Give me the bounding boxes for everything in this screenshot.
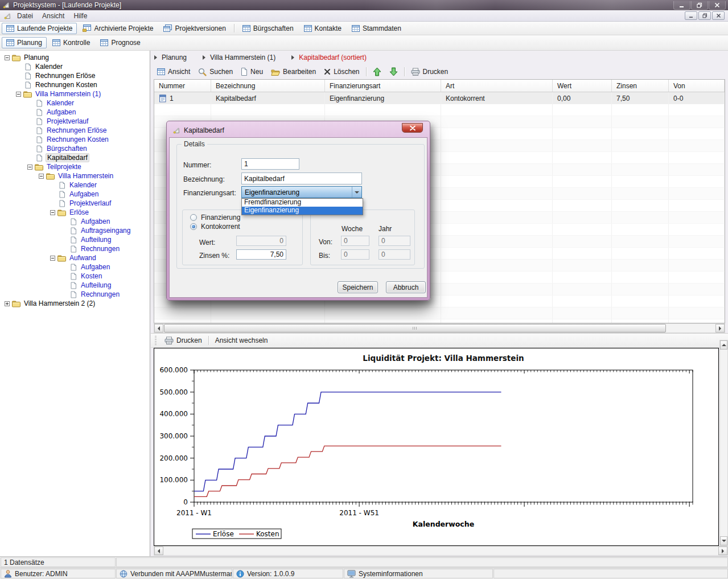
toolbar-button-stammdaten[interactable]: Stammdaten xyxy=(347,23,406,34)
tree-item-aufgaben[interactable]: Aufgaben xyxy=(0,217,150,226)
mdi-minimize-button[interactable] xyxy=(685,11,697,20)
action-l-schen[interactable]: Löschen xyxy=(320,67,363,77)
scrollbar-track[interactable] xyxy=(720,350,727,536)
dialog-titlebar[interactable]: Kapitalbedarf xyxy=(169,124,427,137)
breadcrumb-planung[interactable]: Planung xyxy=(154,54,187,61)
scroll-down-button[interactable] xyxy=(720,536,727,545)
scroll-up-button[interactable] xyxy=(720,340,727,350)
column-header-nummer[interactable]: Nummer xyxy=(154,80,211,92)
column-header-finanzierungsart[interactable]: Finanzierungsart xyxy=(325,80,441,92)
column-header-wert[interactable]: Wert xyxy=(553,80,612,92)
expand-minus-icon[interactable] xyxy=(39,174,44,179)
scroll-right-button[interactable] xyxy=(715,324,725,332)
action-suchen[interactable]: Suchen xyxy=(194,67,237,77)
expand-minus-icon[interactable] xyxy=(5,55,10,60)
column-header-art[interactable]: Art xyxy=(441,80,553,92)
dropdown-option-eigenfinanzierung[interactable]: Eigenfinanzierung xyxy=(242,207,363,215)
tree-item-aufteilung[interactable]: Aufteilung xyxy=(0,235,150,244)
column-header-zinsen[interactable]: Zinsen xyxy=(612,80,669,92)
dropdown-option-fremdfinanzierung[interactable]: Fremdfinanzierung xyxy=(242,199,363,207)
action-drucken[interactable]: Drucken xyxy=(407,67,453,77)
zinsen-input[interactable] xyxy=(236,249,286,260)
breadcrumb-kapitalbedarf-sortiert[interactable]: Kapitalbedarf (sortiert) xyxy=(291,54,367,61)
tree-item-projektverlauf[interactable]: Projektverlauf xyxy=(0,199,150,208)
tree-item-kosten[interactable]: Kosten xyxy=(0,272,150,281)
action-arrow-up-icon[interactable] xyxy=(369,66,385,77)
dialog-close-button[interactable] xyxy=(402,123,423,133)
chart-vertical-scrollbar[interactable] xyxy=(719,340,728,546)
close-button[interactable] xyxy=(709,1,726,10)
toolbar-button-laufende-projekte[interactable]: Laufende Projekte xyxy=(2,23,77,34)
expand-minus-icon[interactable] xyxy=(27,165,32,170)
tree-item-auftragseingang[interactable]: Auftragseingang xyxy=(0,226,150,235)
tree-item-rechnungen-erl-se[interactable]: Rechnungen Erlöse xyxy=(0,126,150,135)
tree-item-aufteilung[interactable]: Aufteilung xyxy=(0,281,150,290)
scrollbar-thumb[interactable] xyxy=(164,324,666,332)
tree-item-aufgaben[interactable]: Aufgaben xyxy=(0,190,150,199)
tree-item-kalender[interactable]: Kalender xyxy=(0,180,150,190)
expand-minus-icon[interactable] xyxy=(16,92,21,97)
action-neu[interactable]: Neu xyxy=(237,67,267,77)
menu-hilfe[interactable]: Hilfe xyxy=(69,11,92,20)
tree-item-projektverlauf[interactable]: Projektverlauf xyxy=(0,117,150,126)
toolbar-button-projektversionen[interactable]: Projektversionen xyxy=(159,23,230,34)
nummer-input[interactable] xyxy=(241,158,299,170)
expand-plus-icon[interactable] xyxy=(5,301,10,306)
tree-item-rechnungen[interactable]: Rechnungen xyxy=(0,290,150,299)
tree-item-villa-hammerstein-2-2[interactable]: Villa Hammerstein 2 (2) xyxy=(0,299,150,308)
tree-item-rechnungen-kosten[interactable]: Rechnungen Kosten xyxy=(0,135,150,144)
chart-print-button[interactable]: Drucken xyxy=(161,335,206,346)
menu-ansicht[interactable]: Ansicht xyxy=(38,11,69,20)
tree-item-planung[interactable]: Planung xyxy=(0,53,150,62)
tree-item-erl-se[interactable]: Erlöse xyxy=(0,208,150,217)
scroll-right-button[interactable] xyxy=(718,547,727,555)
tree-item-rechnungen-kosten[interactable]: Rechnungen Kosten xyxy=(0,80,150,89)
restore-button[interactable] xyxy=(691,1,708,10)
toolbar-button-b-rgschaften[interactable]: Bürgschaften xyxy=(238,23,298,34)
tree-item-kalender[interactable]: Kalender xyxy=(0,62,150,71)
tree-item-rechnungen[interactable]: Rechnungen xyxy=(0,244,150,253)
tree-item-villa-hammerstein-1[interactable]: Villa Hammerstein (1) xyxy=(0,89,150,98)
save-button[interactable]: Speichern xyxy=(338,281,378,293)
tree-item-kalender[interactable]: Kalender xyxy=(0,98,150,108)
tree-item-aufgaben[interactable]: Aufgaben xyxy=(0,262,150,272)
tree-item-teilprojekte[interactable]: Teilprojekte xyxy=(0,162,150,171)
toolbar-button-kontakte[interactable]: Kontakte xyxy=(299,23,346,34)
action-bearbeiten[interactable]: Bearbeiten xyxy=(267,67,320,77)
toolbar-grip[interactable] xyxy=(155,336,157,345)
tree-item-villa-hammerstein[interactable]: Villa Hammerstein xyxy=(0,171,150,180)
sysinfo-cell[interactable]: Systeminformationen xyxy=(344,569,493,578)
kontokorrent-radio[interactable]: Kontokorrent xyxy=(190,223,240,231)
table-horizontal-scrollbar[interactable] xyxy=(154,323,725,333)
action-arrow-down-icon[interactable] xyxy=(385,66,402,77)
finanzierung-radio[interactable]: Finanzierung xyxy=(190,213,240,221)
cancel-button[interactable]: Abbruch xyxy=(386,281,426,293)
chart-horizontal-scrollbar[interactable] xyxy=(154,546,728,556)
breadcrumb-villa-hammerstein-1[interactable]: Villa Hammerstein (1) xyxy=(203,54,275,61)
tree-item-rechnungen-erl-se[interactable]: Rechnungen Erlöse xyxy=(0,71,150,80)
scroll-left-button[interactable] xyxy=(154,547,163,555)
table-row[interactable]: 1KapitalbedarfEigenfinanzierungKontokorr… xyxy=(154,92,725,104)
mdi-close-button[interactable] xyxy=(712,11,725,20)
expand-minus-icon[interactable] xyxy=(50,256,55,261)
menu-datei[interactable]: Datei xyxy=(13,11,38,20)
expand-minus-icon[interactable] xyxy=(50,210,55,215)
mdi-restore-button[interactable] xyxy=(698,11,711,20)
tree-item-aufwand[interactable]: Aufwand xyxy=(0,253,150,262)
tree-item-kapitalbedarf[interactable]: Kapitalbedarf xyxy=(0,153,150,162)
tree-item-aufgaben[interactable]: Aufgaben xyxy=(0,108,150,117)
tab-planung[interactable]: Planung xyxy=(2,37,47,48)
toolbar-button-archivierte-projekte[interactable]: Archivierte Projekte xyxy=(78,23,158,34)
scrollbar-track[interactable] xyxy=(163,547,718,555)
tab-prognose[interactable]: Prognose xyxy=(96,37,145,48)
finanzierungsart-combobox[interactable]: Eigenfinanzierung xyxy=(241,186,362,198)
minimize-button[interactable] xyxy=(673,1,690,10)
scrollbar-track[interactable] xyxy=(667,324,715,332)
tab-kontrolle[interactable]: Kontrolle xyxy=(48,37,94,48)
switch-view-button[interactable]: Ansicht wechseln xyxy=(211,335,272,346)
chevron-down-icon[interactable] xyxy=(352,187,361,198)
action-ansicht[interactable]: Ansicht xyxy=(153,67,194,77)
scroll-left-button[interactable] xyxy=(154,324,163,332)
column-header-bezeichnung[interactable]: Bezeichnung xyxy=(211,80,325,92)
bezeichnung-input[interactable] xyxy=(241,173,362,184)
